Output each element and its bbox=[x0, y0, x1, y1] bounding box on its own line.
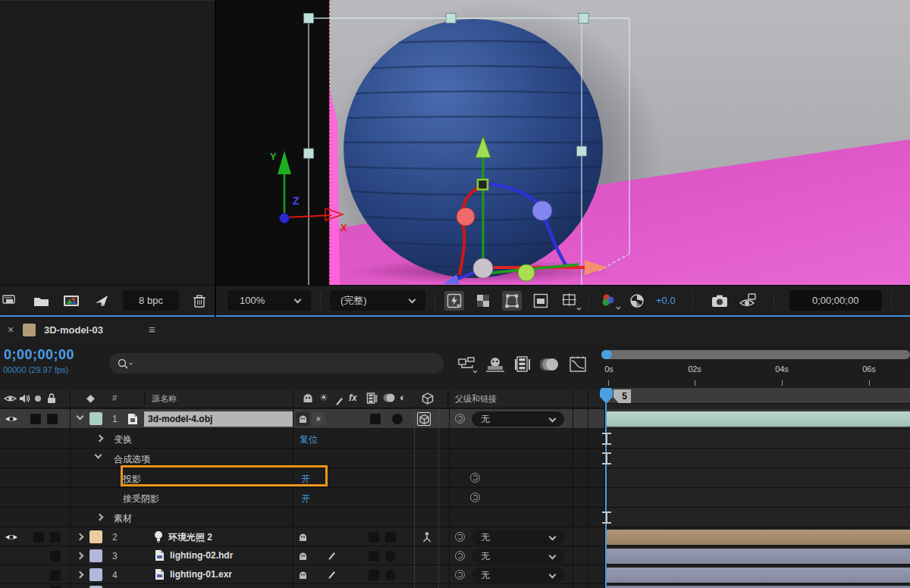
z-rotate-handle[interactable] bbox=[532, 201, 552, 220]
mask-visibility-icon[interactable] bbox=[502, 291, 522, 311]
accepts-shadows-value[interactable]: 开 bbox=[301, 493, 310, 505]
expand-chevron[interactable] bbox=[96, 514, 104, 521]
expand-chevron[interactable] bbox=[77, 552, 84, 560]
transparency-grid-icon[interactable] bbox=[473, 291, 493, 311]
layer-row-1[interactable]: 1 3d-model-4.obj ☀ 无 bbox=[0, 409, 910, 429]
parent-pickwhip-icon[interactable] bbox=[455, 532, 465, 542]
expression-pickwhip-icon[interactable] bbox=[470, 473, 480, 483]
quality-switch[interactable] bbox=[296, 549, 309, 563]
send-icon[interactable] bbox=[93, 291, 112, 311]
x-rotate-handle[interactable] bbox=[457, 208, 475, 226]
motion-blur-switch[interactable] bbox=[369, 551, 379, 561]
lock-toggle[interactable] bbox=[50, 532, 61, 543]
property-row-accepts-shadows[interactable]: 接受阴影 开 bbox=[0, 488, 910, 508]
layer-name[interactable]: 3d-model-4.obj bbox=[144, 411, 293, 427]
resolution-dropdown[interactable]: (完整) bbox=[330, 290, 425, 311]
y-scale-handle[interactable] bbox=[478, 180, 488, 189]
graph-editor-icon[interactable] bbox=[569, 356, 587, 373]
panel-menu-icon[interactable]: ≡ bbox=[149, 323, 155, 336]
layer-row-5-partial[interactable] bbox=[0, 584, 910, 588]
snapshot-icon[interactable] bbox=[710, 291, 730, 311]
green-handle[interactable] bbox=[518, 264, 535, 281]
collapse-chevron[interactable] bbox=[95, 452, 102, 459]
show-snapshot-icon[interactable] bbox=[739, 291, 758, 311]
lock-toggle[interactable] bbox=[47, 414, 58, 424]
draft-3d-icon[interactable] bbox=[485, 356, 505, 373]
expand-chevron[interactable] bbox=[77, 571, 84, 579]
property-label[interactable]: 变换 bbox=[114, 433, 132, 446]
timeline-search-input[interactable] bbox=[109, 353, 444, 374]
layer-color-swatch[interactable] bbox=[89, 568, 102, 581]
timeline-hscrollbar[interactable] bbox=[601, 350, 910, 359]
parent-link-column-header[interactable]: 父级和链接 bbox=[455, 393, 497, 405]
magnification-dropdown[interactable]: 100% bbox=[228, 290, 311, 311]
layer-row-2[interactable]: 2 环境光照 2 无 bbox=[0, 527, 910, 546]
motion-blur-switch[interactable] bbox=[369, 532, 379, 543]
comp-mini-flowchart-icon[interactable] bbox=[458, 357, 476, 372]
parent-dropdown[interactable]: 无 bbox=[472, 568, 564, 583]
layer-name[interactable]: 环境光照 2 bbox=[168, 531, 212, 544]
layer-duration-bar[interactable] bbox=[607, 568, 910, 583]
comp-color-swatch[interactable] bbox=[23, 324, 36, 336]
adjustment-switch[interactable] bbox=[392, 414, 403, 424]
expand-chevron[interactable] bbox=[77, 413, 84, 421]
layer-row-3[interactable]: 3 lighting-02.hdr 无 bbox=[0, 546, 910, 565]
quality-switch[interactable] bbox=[296, 530, 309, 544]
lock-toggle[interactable] bbox=[50, 570, 61, 580]
composition-viewport[interactable]: Y X Z bbox=[216, 0, 910, 285]
motion-blur-icon[interactable] bbox=[540, 357, 560, 372]
adjustment-switch[interactable] bbox=[385, 570, 396, 580]
layer-row-4[interactable]: 4 lighting-01.exr 无 bbox=[0, 565, 910, 584]
solo-toggle[interactable] bbox=[30, 414, 41, 424]
trash-icon[interactable] bbox=[190, 291, 209, 311]
gizmo-center[interactable] bbox=[473, 258, 493, 278]
exposure-icon[interactable] bbox=[627, 291, 647, 311]
parent-dropdown[interactable]: 无 bbox=[472, 549, 564, 564]
panel-divider[interactable] bbox=[215, 0, 216, 317]
frame-blend-switch[interactable] bbox=[325, 549, 338, 563]
timeline-tab-title[interactable]: 3D-model-03 bbox=[44, 324, 103, 336]
property-row-material[interactable]: 素材 bbox=[0, 508, 910, 527]
adjustment-switch[interactable] bbox=[385, 532, 396, 543]
source-name-column-header[interactable]: 源名称 bbox=[152, 393, 177, 405]
layer-duration-bar[interactable] bbox=[607, 549, 910, 564]
frame-blend-switch[interactable] bbox=[325, 568, 338, 582]
eye-icon[interactable] bbox=[5, 414, 18, 424]
new-folder-icon[interactable] bbox=[32, 291, 52, 311]
eye-icon[interactable] bbox=[5, 533, 18, 542]
new-composition-icon[interactable] bbox=[62, 291, 82, 311]
layer-color-swatch[interactable] bbox=[89, 530, 102, 543]
property-label[interactable]: 接受阴影 bbox=[123, 493, 159, 505]
region-of-interest-icon[interactable] bbox=[531, 291, 551, 311]
z-axis-handle[interactable] bbox=[280, 214, 290, 224]
work-area-bar[interactable] bbox=[604, 388, 910, 404]
parent-dropdown[interactable]: 无 bbox=[472, 530, 564, 545]
parent-dropdown[interactable]: 无 bbox=[472, 411, 564, 427]
solo-toggle[interactable] bbox=[33, 532, 44, 543]
reset-link[interactable]: 复位 bbox=[300, 433, 318, 446]
preview-time-display[interactable]: 0;00;00;00 bbox=[789, 290, 882, 311]
expression-pickwhip-icon[interactable] bbox=[470, 493, 480, 502]
interpret-footage-icon[interactable] bbox=[2, 291, 21, 311]
grid-guides-icon[interactable] bbox=[560, 291, 579, 311]
adjustment-switch[interactable] bbox=[385, 551, 396, 561]
3d-layer-switch[interactable] bbox=[417, 412, 431, 426]
current-time-display[interactable]: 0;00;00;00 bbox=[4, 347, 74, 363]
property-row-transform[interactable]: 变换 复位 bbox=[0, 429, 910, 449]
quality-switch[interactable] bbox=[296, 412, 309, 426]
shy-frame-icon[interactable] bbox=[514, 356, 531, 373]
quality-switch[interactable] bbox=[296, 568, 309, 582]
playhead-line[interactable] bbox=[605, 388, 607, 588]
expand-chevron[interactable] bbox=[96, 435, 104, 443]
property-label[interactable]: 素材 bbox=[114, 512, 132, 525]
layer-name[interactable]: lighting-01.exr bbox=[170, 569, 232, 580]
fast-preview-icon[interactable] bbox=[444, 291, 464, 311]
layer-name[interactable]: lighting-02.hdr bbox=[170, 550, 233, 561]
motion-blur-switch[interactable] bbox=[369, 570, 379, 580]
lock-toggle[interactable] bbox=[50, 551, 61, 561]
exposure-value[interactable]: +0.0 bbox=[656, 295, 676, 306]
close-tab-button[interactable]: × bbox=[8, 324, 14, 336]
property-label[interactable]: 合成选项 bbox=[114, 453, 150, 466]
layer-duration-bar[interactable] bbox=[607, 530, 910, 545]
effects-switch[interactable]: ☀ bbox=[312, 412, 325, 426]
